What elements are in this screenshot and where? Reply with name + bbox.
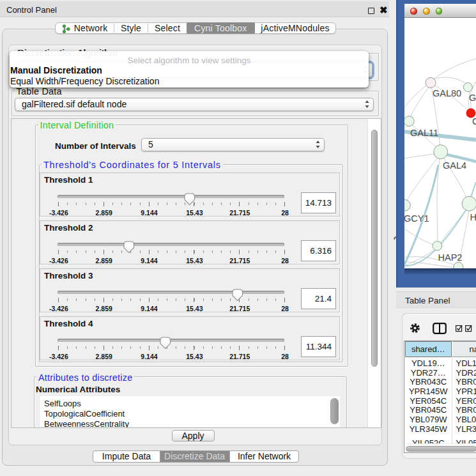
svg-text:C: C bbox=[472, 116, 476, 127]
svg-text:GAL4: GAL4 bbox=[443, 160, 466, 170]
svg-text:HAP2: HAP2 bbox=[438, 252, 463, 262]
svg-text:GAL80: GAL80 bbox=[433, 88, 461, 98]
svg-text:GCY1: GCY1 bbox=[404, 213, 429, 224]
svg-text:GA: GA bbox=[469, 93, 476, 103]
svg-text:GAL11: GAL11 bbox=[410, 127, 438, 137]
svg-text:HA: HA bbox=[470, 211, 476, 222]
